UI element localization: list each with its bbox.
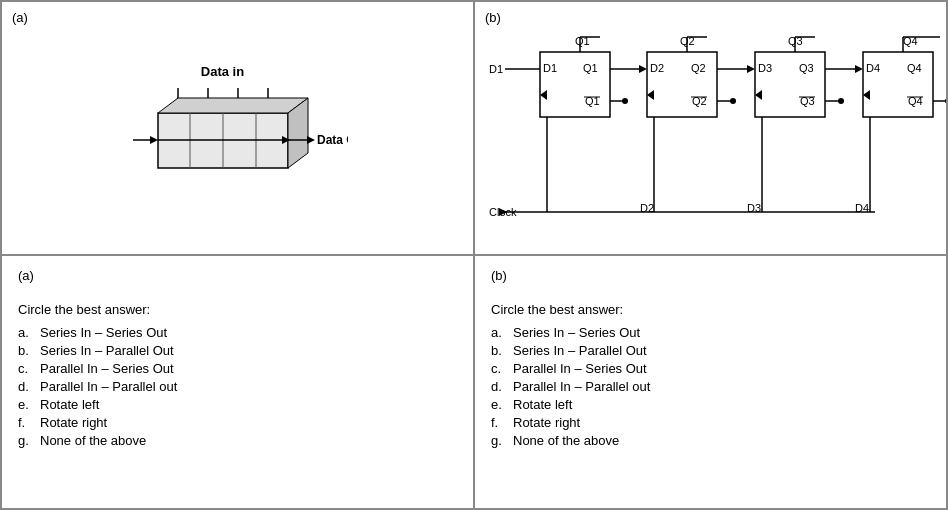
- svg-marker-72: [863, 90, 870, 100]
- answer-text: None of the above: [513, 433, 619, 448]
- svg-point-38: [622, 98, 628, 104]
- answer-list-b: a.Series In – Series Outb.Series In – Pa…: [491, 325, 930, 448]
- answer-letter: a.: [491, 325, 507, 340]
- answer-letter: b.: [491, 343, 507, 358]
- answer-text: Parallel In – Series Out: [513, 361, 647, 376]
- answer-letter: e.: [18, 397, 34, 412]
- svg-point-78: [945, 98, 947, 104]
- answer-text: None of the above: [40, 433, 146, 448]
- svg-text:D1: D1: [543, 62, 557, 74]
- main-grid: (a) Data in: [0, 0, 948, 510]
- svg-text:D1: D1: [489, 63, 503, 75]
- answer-letter: d.: [491, 379, 507, 394]
- list-item: a.Series In – Series Out: [491, 325, 930, 340]
- cell-b-top-label: (b): [485, 10, 501, 25]
- svg-text:D2: D2: [650, 62, 664, 74]
- answer-text: Parallel In – Parallel out: [40, 379, 177, 394]
- cell-a-top-label: (a): [12, 10, 28, 25]
- shift-diagram: Data in: [128, 64, 348, 203]
- list-item: g.None of the above: [491, 433, 930, 448]
- list-item: f.Rotate right: [491, 415, 930, 430]
- answer-letter: c.: [491, 361, 507, 376]
- svg-text:Q1: Q1: [583, 62, 598, 74]
- answer-text: Series In – Parallel Out: [513, 343, 647, 358]
- shift-register-svg: Data Out: [128, 83, 348, 203]
- answer-text: Series In – Series Out: [40, 325, 167, 340]
- answer-text: Parallel In – Series Out: [40, 361, 174, 376]
- svg-text:Q3: Q3: [799, 62, 814, 74]
- list-item: a.Series In – Series Out: [18, 325, 457, 340]
- svg-marker-58: [755, 90, 762, 100]
- answer-text: Series In – Parallel Out: [40, 343, 174, 358]
- circle-best-a: Circle the best answer:: [18, 302, 457, 317]
- answer-letter: e.: [491, 397, 507, 412]
- list-item: d.Parallel In – Parallel out: [491, 379, 930, 394]
- svg-marker-44: [647, 90, 654, 100]
- answer-letter: f.: [18, 415, 34, 430]
- answer-letter: b.: [18, 343, 34, 358]
- answer-letter: d.: [18, 379, 34, 394]
- answer-text: Rotate right: [513, 415, 580, 430]
- list-item: b.Series In – Parallel Out: [491, 343, 930, 358]
- svg-marker-9: [158, 98, 308, 113]
- cell-a-bottom-label: (a): [18, 268, 457, 283]
- list-item: e.Rotate left: [491, 397, 930, 412]
- answer-letter: c.: [18, 361, 34, 376]
- cell-b-top: (b) Q1 Q2 Q3 Q4 D1 Q1 Q1 D1: [474, 1, 947, 255]
- answer-text: Rotate left: [513, 397, 572, 412]
- answer-text: Rotate left: [40, 397, 99, 412]
- answer-letter: g.: [18, 433, 34, 448]
- list-item: c.Parallel In – Series Out: [491, 361, 930, 376]
- data-in-label: Data in: [201, 64, 244, 79]
- svg-text:D4: D4: [866, 62, 880, 74]
- svg-marker-19: [307, 136, 315, 144]
- svg-marker-28: [540, 90, 547, 100]
- svg-marker-50: [747, 65, 755, 73]
- list-item: c.Parallel In – Series Out: [18, 361, 457, 376]
- cell-b-bottom: (b) Circle the best answer: a.Series In …: [474, 255, 947, 509]
- answer-letter: f.: [491, 415, 507, 430]
- list-item: e.Rotate left: [18, 397, 457, 412]
- svg-marker-64: [855, 65, 863, 73]
- answer-text: Parallel In – Parallel out: [513, 379, 650, 394]
- cell-a-top: (a) Data in: [1, 1, 474, 255]
- answer-text: Series In – Series Out: [513, 325, 640, 340]
- answer-letter: a.: [18, 325, 34, 340]
- circle-best-b: Circle the best answer:: [491, 302, 930, 317]
- svg-marker-15: [150, 136, 158, 144]
- list-item: d.Parallel In – Parallel out: [18, 379, 457, 394]
- ff-chain-svg: Q1 Q2 Q3 Q4 D1 Q1 Q1 D1: [485, 27, 947, 255]
- cell-a-bottom: (a) Circle the best answer: a.Series In …: [1, 255, 474, 509]
- answer-text: Rotate right: [40, 415, 107, 430]
- answer-letter: g.: [491, 433, 507, 448]
- answer-list-a: a.Series In – Series Outb.Series In – Pa…: [18, 325, 457, 448]
- list-item: g.None of the above: [18, 433, 457, 448]
- svg-text:Q4: Q4: [907, 62, 922, 74]
- svg-marker-36: [639, 65, 647, 73]
- svg-point-52: [730, 98, 736, 104]
- svg-text:D3: D3: [758, 62, 772, 74]
- list-item: f.Rotate right: [18, 415, 457, 430]
- svg-point-66: [838, 98, 844, 104]
- list-item: b.Series In – Parallel Out: [18, 343, 457, 358]
- cell-b-bottom-label: (b): [491, 268, 930, 283]
- svg-text:Data Out: Data Out: [317, 133, 348, 147]
- svg-text:Q2: Q2: [691, 62, 706, 74]
